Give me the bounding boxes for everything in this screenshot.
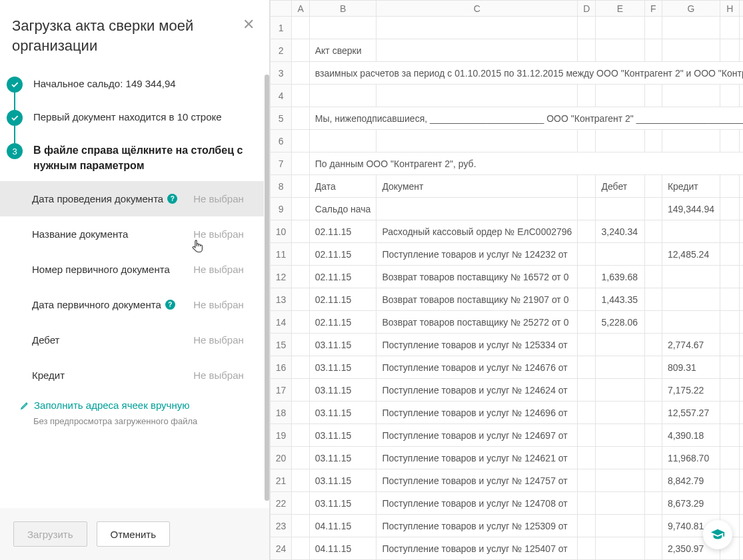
close-icon[interactable]: ✕ <box>240 16 257 33</box>
cell[interactable] <box>740 288 743 311</box>
cell[interactable] <box>644 379 662 402</box>
cell[interactable] <box>644 311 662 334</box>
row-header[interactable]: 13 <box>270 288 292 311</box>
cell[interactable]: 7,175.22 <box>662 379 720 402</box>
cell[interactable] <box>596 39 644 62</box>
column-header-A[interactable]: A <box>292 1 309 17</box>
cell[interactable] <box>376 39 578 62</box>
cell[interactable] <box>596 492 644 515</box>
cell[interactable] <box>740 492 743 515</box>
row-header[interactable]: 18 <box>270 402 292 424</box>
cell[interactable] <box>309 17 376 39</box>
column-header-B[interactable]: B <box>309 1 376 17</box>
spreadsheet-area[interactable]: ABCDEFGHI12Акт сверки3взаимных расчетов … <box>269 0 743 560</box>
cell[interactable]: Кредит <box>662 175 720 198</box>
cell[interactable]: 8,673.29 <box>662 492 720 515</box>
cell[interactable] <box>644 85 662 107</box>
cell[interactable] <box>720 334 739 356</box>
cell[interactable] <box>644 334 662 356</box>
cell[interactable] <box>740 537 743 560</box>
cell[interactable] <box>578 220 596 243</box>
row-header[interactable]: 15 <box>270 334 292 356</box>
cell[interactable]: 03.11.15 <box>309 424 376 447</box>
cell[interactable] <box>578 198 596 220</box>
cell[interactable] <box>596 334 644 356</box>
cell[interactable] <box>740 198 743 220</box>
row-header[interactable]: 12 <box>270 266 292 288</box>
cell[interactable] <box>292 39 309 62</box>
cell[interactable] <box>644 198 662 220</box>
cell[interactable] <box>644 243 662 266</box>
cell[interactable] <box>292 469 309 492</box>
cell[interactable] <box>578 130 596 152</box>
cell[interactable] <box>662 220 720 243</box>
cell[interactable]: Поступление товаров и услуг № 124232 от <box>376 243 578 266</box>
mapping-item-0[interactable]: Дата проведения документа?Не выбран <box>0 181 264 216</box>
upload-button[interactable]: Загрузить <box>13 521 87 547</box>
cell[interactable] <box>644 288 662 311</box>
column-header-H[interactable]: H <box>720 1 739 17</box>
cell[interactable] <box>720 220 739 243</box>
cell[interactable]: 8,842.79 <box>662 469 720 492</box>
cell[interactable] <box>578 85 596 107</box>
cell[interactable]: Поступление товаров и услуг № 124696 от <box>376 402 578 424</box>
scrollbar-thumb[interactable] <box>265 75 269 501</box>
cell[interactable] <box>740 130 743 152</box>
cell[interactable]: Поступление товаров и услуг № 124708 от <box>376 492 578 515</box>
cell[interactable]: Поступление товаров и услуг № 125334 от <box>376 334 578 356</box>
cell[interactable] <box>662 266 720 288</box>
row-header[interactable]: 8 <box>270 175 292 198</box>
help-floating-button[interactable] <box>703 520 732 549</box>
cell[interactable] <box>292 152 309 175</box>
cell[interactable] <box>578 424 596 447</box>
cell[interactable]: Документ <box>376 175 578 198</box>
cell[interactable] <box>740 469 743 492</box>
row-header[interactable]: 5 <box>270 107 292 130</box>
cell[interactable] <box>644 130 662 152</box>
cell[interactable] <box>309 130 376 152</box>
cell[interactable] <box>720 243 739 266</box>
cell[interactable] <box>596 424 644 447</box>
cell[interactable]: Дебет <box>596 175 644 198</box>
cell[interactable] <box>720 469 739 492</box>
column-header-E[interactable]: E <box>596 1 644 17</box>
cell[interactable] <box>292 379 309 402</box>
cell[interactable] <box>644 424 662 447</box>
cell[interactable]: 12,557.27 <box>662 402 720 424</box>
cell[interactable]: 11,968.70 <box>662 447 720 469</box>
cell[interactable] <box>644 515 662 537</box>
cell[interactable]: Акт сверки <box>309 39 376 62</box>
cell[interactable]: Возврат товаров поставщику № 21907 от 0 <box>376 288 578 311</box>
cell[interactable] <box>292 62 309 85</box>
cell[interactable] <box>578 17 596 39</box>
row-header[interactable]: 9 <box>270 198 292 220</box>
mapping-item-3[interactable]: Дата первичного документа?Не выбран <box>0 287 264 322</box>
cell[interactable] <box>596 515 644 537</box>
cell[interactable]: 04.11.15 <box>309 537 376 560</box>
cell[interactable] <box>292 356 309 379</box>
cell[interactable]: 149,344.94 <box>662 198 720 220</box>
cell[interactable] <box>578 515 596 537</box>
cell[interactable] <box>740 220 743 243</box>
cell[interactable] <box>740 243 743 266</box>
cell[interactable]: 02.11.15 <box>309 266 376 288</box>
cell[interactable] <box>720 266 739 288</box>
cell[interactable]: По данным ООО "Контрагент 2", руб. <box>309 152 743 175</box>
row-header[interactable]: 11 <box>270 243 292 266</box>
cell[interactable] <box>578 537 596 560</box>
cell[interactable]: 02.11.15 <box>309 311 376 334</box>
cell[interactable]: 12,485.24 <box>662 243 720 266</box>
cell[interactable] <box>596 243 644 266</box>
column-header-F[interactable]: F <box>644 1 662 17</box>
cell[interactable]: 03.11.15 <box>309 402 376 424</box>
row-header[interactable]: 24 <box>270 537 292 560</box>
cell[interactable] <box>292 17 309 39</box>
cell[interactable] <box>662 39 720 62</box>
cell[interactable] <box>644 266 662 288</box>
cell[interactable] <box>292 288 309 311</box>
cell[interactable] <box>292 334 309 356</box>
cell[interactable] <box>644 402 662 424</box>
cancel-button[interactable]: Отменить <box>97 521 171 547</box>
cell[interactable] <box>740 39 743 62</box>
cell[interactable] <box>740 17 743 39</box>
